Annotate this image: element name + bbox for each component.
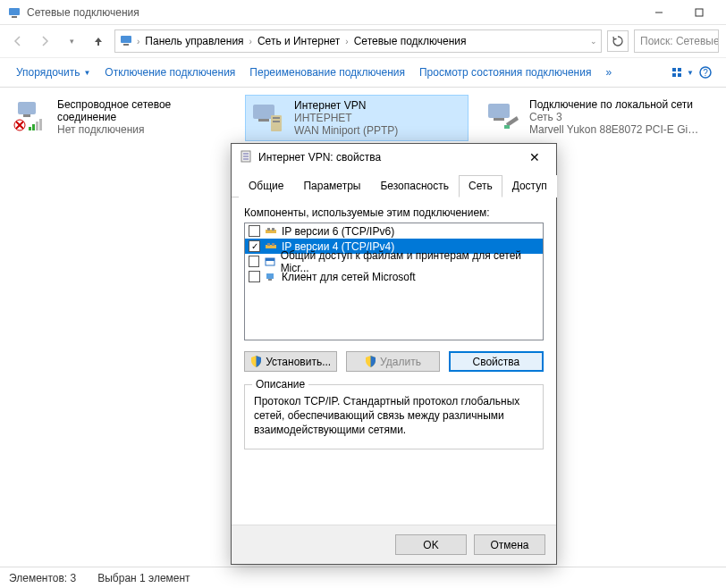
address-box[interactable]: › Панель управления › Сеть и Интернет › … [114, 29, 602, 53]
svg-rect-28 [504, 125, 510, 129]
svg-rect-6 [672, 68, 676, 71]
chevron-right-icon: › [137, 37, 139, 46]
svg-rect-12 [18, 102, 36, 114]
recent-dropdown[interactable]: ▾ [61, 30, 82, 52]
connection-item-wireless[interactable]: Беспроводное сетевое соединение Нет подк… [9, 95, 232, 141]
connection-device: Marvell Yukon 88E8072 PCI-E Gig... [529, 123, 699, 136]
breadcrumb-item[interactable]: Сеть и Интернет [256, 35, 342, 47]
svg-rect-16 [36, 122, 38, 130]
svg-rect-34 [267, 228, 270, 231]
svg-rect-35 [272, 228, 274, 231]
cancel-button[interactable]: Отмена [474, 534, 545, 555]
tab-options[interactable]: Параметры [293, 175, 370, 197]
checkbox-unchecked[interactable] [249, 271, 260, 282]
description-legend: Описание [252, 378, 308, 391]
connections-list: Беспроводное сетевое соединение Нет подк… [0, 88, 726, 148]
network-connections-icon [7, 5, 21, 20]
client-icon [264, 271, 278, 283]
checkbox-unchecked[interactable] [249, 225, 260, 237]
service-icon [263, 256, 276, 268]
svg-rect-27 [494, 118, 504, 121]
tab-sharing[interactable]: Доступ [502, 175, 557, 197]
connection-title: Беспроводное сетевое соединение [57, 98, 229, 123]
forward-button[interactable] [34, 30, 55, 52]
connection-device: WAN Miniport (PPTP) [294, 124, 398, 137]
connection-network: Сеть 3 [529, 111, 699, 123]
svg-rect-3 [696, 9, 703, 16]
connection-item-vpn[interactable]: Интернет VPN ИНТЕРНЕТ WAN Miniport (PPTP… [245, 95, 469, 141]
minimize-button[interactable] [638, 0, 679, 25]
status-item-count: Элементов: 3 [9, 572, 76, 584]
svg-rect-1 [12, 16, 17, 18]
uninstall-button[interactable]: Удалить [346, 351, 439, 372]
window-title: Сетевые подключения [27, 6, 638, 19]
checkbox-checked[interactable]: ✓ [249, 240, 260, 252]
refresh-button[interactable] [607, 30, 629, 52]
search-input[interactable]: Поиск: Сетевые подключения [634, 29, 719, 53]
connection-network: ИНТЕРНЕТ [294, 112, 398, 124]
svg-rect-0 [9, 8, 20, 15]
tab-networking[interactable]: Сеть [459, 175, 502, 197]
svg-rect-22 [258, 119, 269, 122]
toolbar-overflow[interactable]: » [598, 66, 619, 79]
help-button[interactable]: ? [694, 61, 717, 84]
tab-general[interactable]: Общие [239, 175, 293, 197]
svg-rect-33 [266, 230, 276, 233]
tab-security[interactable]: Безопасность [370, 175, 459, 197]
description-text: Протокол TCP/IP. Стандартный протокол гл… [254, 394, 534, 438]
component-label: Клиент для сетей Microsoft [282, 271, 416, 283]
chevron-right-icon: › [345, 37, 348, 46]
dialog-titlebar[interactable]: Интернет VPN: свойства ✕ [232, 144, 556, 171]
svg-rect-4 [121, 36, 131, 43]
organize-button[interactable]: Упорядочить▼ [9, 66, 97, 79]
svg-rect-40 [266, 258, 274, 261]
properties-button[interactable]: Свойства [449, 351, 544, 372]
svg-rect-36 [266, 245, 276, 248]
chevron-right-icon: › [249, 37, 252, 46]
chevron-down-icon: ▼ [83, 69, 90, 77]
vpn-connection-icon [249, 99, 285, 135]
breadcrumb-item[interactable]: Сетевые подключения [352, 35, 469, 47]
components-listbox[interactable]: IP версии 6 (TCP/IPv6) ✓ IP версии 4 (TC… [244, 223, 544, 340]
network-connections-icon [119, 33, 133, 50]
address-dropdown[interactable]: ⌄ [590, 37, 597, 46]
disable-connection-button[interactable]: Отключение подключения [97, 66, 242, 79]
svg-rect-8 [672, 73, 676, 77]
status-selected-count: Выбран 1 элемент [97, 572, 190, 584]
svg-rect-41 [266, 273, 274, 279]
address-bar: ▾ › Панель управления › Сеть и Интернет … [0, 25, 726, 57]
svg-rect-25 [273, 121, 280, 122]
connection-status: Нет подключения [57, 123, 227, 136]
dialog-tabs: Общие Параметры Безопасность Сеть Доступ [232, 174, 556, 197]
install-button[interactable]: Установить... [244, 351, 337, 372]
shield-icon [250, 356, 262, 367]
view-status-button[interactable]: Просмотр состояния подключения [412, 66, 598, 79]
ok-button[interactable]: OK [395, 534, 467, 555]
connection-item-lan[interactable]: Подключение по локальной сети Сеть 3 Mar… [481, 95, 705, 141]
svg-rect-13 [23, 114, 30, 117]
rename-connection-button[interactable]: Переименование подключения [242, 66, 412, 79]
protocol-icon [264, 240, 278, 253]
maximize-button[interactable] [679, 0, 719, 25]
svg-rect-26 [488, 104, 510, 118]
component-label: IP версии 6 (TCP/IPv6) [282, 225, 394, 238]
svg-rect-14 [29, 127, 31, 130]
checkbox-unchecked[interactable] [249, 256, 259, 267]
breadcrumb-item[interactable]: Панель управления [143, 35, 245, 47]
connection-title: Подключение по локальной сети [529, 98, 699, 111]
svg-rect-17 [39, 119, 42, 130]
svg-rect-38 [272, 243, 274, 246]
search-placeholder: Поиск: Сетевые подключения [640, 35, 719, 47]
toolbar: Упорядочить▼ Отключение подключения Пере… [0, 57, 726, 88]
dialog-title: Интернет VPN: свойства [258, 151, 520, 164]
connection-title: Интернет VPN [294, 99, 398, 112]
component-file-sharing[interactable]: Общий доступ к файлам и принтерам для се… [245, 254, 543, 269]
up-button[interactable] [88, 30, 109, 52]
dialog-icon [239, 149, 253, 166]
component-ipv6[interactable]: IP версии 6 (TCP/IPv6) [245, 223, 543, 239]
view-options-button[interactable]: ▼ [671, 61, 694, 84]
close-button[interactable]: ✕ [520, 145, 549, 170]
back-button[interactable] [7, 30, 29, 52]
window-titlebar: Сетевые подключения [0, 0, 726, 25]
properties-dialog: Интернет VPN: свойства ✕ Общие Параметры… [231, 143, 557, 565]
